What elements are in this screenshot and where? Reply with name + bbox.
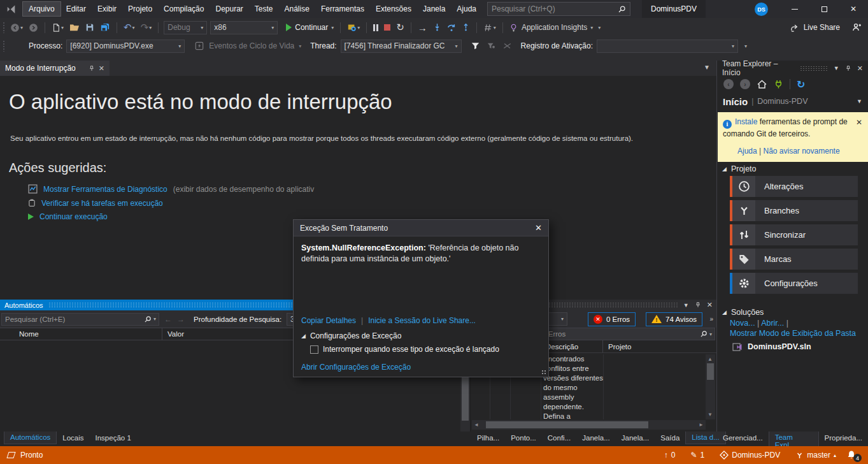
- menu-analise[interactable]: Análise: [279, 2, 315, 16]
- live-share-button[interactable]: Live Share: [788, 22, 841, 34]
- suppress-icon[interactable]: [501, 40, 513, 52]
- error-list-horizontal-scrollbar[interactable]: ◄ ►: [472, 420, 706, 430]
- minimize-button[interactable]: [780, 0, 809, 18]
- menu-janela[interactable]: Janela: [417, 2, 451, 16]
- scrollbar-thumb[interactable]: [486, 421, 648, 428]
- scroll-left-icon[interactable]: ◄: [474, 422, 479, 428]
- show-next-statement-icon[interactable]: →: [416, 21, 429, 34]
- branches-button[interactable]: Branches: [730, 200, 858, 221]
- home-icon[interactable]: [757, 79, 767, 89]
- warnings-filter-button[interactable]: ! 74 Avisos: [646, 312, 702, 326]
- search-icon[interactable]: [144, 315, 152, 323]
- exception-settings-expander[interactable]: ◢ Configurações de Exceção: [301, 331, 401, 340]
- menu-compilacao[interactable]: Compilação: [158, 2, 210, 16]
- repository-indicator[interactable]: Dominus-PDV: [715, 451, 785, 460]
- column-nome[interactable]: Nome: [0, 328, 162, 340]
- branch-indicator[interactable]: master ▴: [790, 451, 841, 460]
- menu-editar[interactable]: Editar: [60, 2, 92, 16]
- new-solution-link[interactable]: Nova...: [730, 319, 755, 328]
- lifecycle-events-dropdown[interactable]: Eventos de Ciclo de Vida: [209, 41, 294, 50]
- restart-button[interactable]: ↻: [395, 20, 406, 34]
- feedback-person-icon[interactable]: [850, 21, 863, 34]
- document-list-chevron-icon[interactable]: ▼: [704, 64, 710, 71]
- step-into-button[interactable]: [432, 22, 443, 33]
- folder-view-link[interactable]: Mostrar Modo de Exibição da Pasta: [730, 329, 856, 338]
- close-panel-icon[interactable]: ✕: [707, 301, 713, 309]
- menu-arquivo[interactable]: Arquivo: [23, 2, 60, 16]
- close-panel-icon[interactable]: ✕: [857, 64, 863, 73]
- autos-search-box[interactable]: ▾: [1, 313, 159, 326]
- quick-launch-search[interactable]: [487, 2, 630, 16]
- solution-platform-combobox[interactable]: x86▾: [210, 21, 278, 34]
- project-section-header[interactable]: ◢ Projeto: [722, 164, 757, 173]
- save-button[interactable]: [84, 22, 96, 33]
- column-descricao[interactable]: Descrição: [541, 340, 603, 352]
- application-insights-dropdown[interactable]: Application Insights ▾ ▾: [508, 22, 602, 34]
- tab-janela-2[interactable]: Janela...: [616, 431, 655, 444]
- search-icon[interactable]: [614, 5, 630, 13]
- stop-button[interactable]: [383, 23, 392, 32]
- undo-button[interactable]: ↶▾: [122, 20, 136, 34]
- notifications-button[interactable]: 4: [846, 450, 860, 460]
- pending-changes-indicator[interactable]: ✎ 1: [686, 451, 710, 460]
- continue-debug-button[interactable]: Continuar ▾: [285, 22, 335, 33]
- pause-button[interactable]: [372, 23, 380, 33]
- forward-icon[interactable]: ›: [740, 79, 750, 89]
- dismiss-notification-icon[interactable]: ✕: [856, 117, 862, 127]
- dont-warn-again-link[interactable]: Não avisar novamente: [764, 147, 840, 156]
- scroll-up-icon[interactable]: ▲: [708, 356, 713, 362]
- tags-button[interactable]: Marcas: [730, 249, 858, 270]
- pin-icon[interactable]: [89, 65, 95, 72]
- solution-item[interactable]: DominusPDV.sln: [732, 342, 811, 352]
- connect-plug-icon[interactable]: [774, 79, 783, 89]
- menu-exibir[interactable]: Exibir: [92, 2, 122, 16]
- close-tab-icon[interactable]: ✕: [99, 64, 104, 73]
- scrollbar-thumb[interactable]: [707, 363, 714, 380]
- new-file-button[interactable]: ▾: [50, 22, 65, 34]
- menu-teste[interactable]: Teste: [249, 2, 279, 16]
- thread-combobox[interactable]: [7456] Thread Finalizador GC▾: [341, 40, 462, 53]
- debug-target-icon[interactable]: ▾: [346, 22, 361, 33]
- maximize-button[interactable]: [809, 0, 839, 18]
- tab-configuracoes[interactable]: Confi...: [542, 431, 576, 444]
- settings-button[interactable]: Configurações: [730, 273, 858, 294]
- process-combobox[interactable]: [6920] DominusPDV.exe▾: [66, 40, 185, 53]
- redo-button[interactable]: ↷▾: [139, 20, 153, 34]
- save-all-button[interactable]: [99, 22, 111, 33]
- quick-launch-input[interactable]: [488, 4, 614, 13]
- close-button[interactable]: ✕: [839, 0, 868, 18]
- search-forward-icon[interactable]: →: [177, 315, 185, 324]
- open-exception-settings-link[interactable]: Abrir Configurações de Exceção: [301, 363, 411, 372]
- show-diagnostic-tools-link[interactable]: Mostrar Ferramentas de Diagnóstico: [43, 185, 167, 194]
- menu-ferramentas[interactable]: Ferramentas: [315, 2, 370, 16]
- toolbar-grip[interactable]: [3, 22, 6, 33]
- search-icon[interactable]: [700, 330, 708, 338]
- filter-icon[interactable]: [469, 40, 481, 52]
- changes-button[interactable]: Alterações: [730, 176, 858, 197]
- user-avatar[interactable]: DS: [755, 3, 768, 16]
- sync-button[interactable]: Sincronizar: [730, 224, 858, 245]
- scroll-right-icon[interactable]: ►: [699, 422, 704, 428]
- toolbar-overflow-icon[interactable]: »: [709, 315, 713, 323]
- scroll-down-icon[interactable]: ▼: [708, 412, 713, 417]
- tab-locais[interactable]: Locais: [57, 431, 89, 444]
- navigate-back-button[interactable]: ▾: [9, 22, 24, 34]
- install-link[interactable]: Instale: [735, 117, 757, 126]
- check-running-tasks-link[interactable]: Verificar se há tarefas em execução: [41, 199, 163, 208]
- menu-depurar[interactable]: Depurar: [210, 2, 248, 16]
- pin-icon[interactable]: [845, 65, 851, 72]
- open-solution-link[interactable]: Abrir...: [761, 319, 784, 328]
- menu-extensoes[interactable]: Extensões: [370, 2, 417, 16]
- solutions-section-header[interactable]: ◢ Soluções: [722, 308, 764, 317]
- exception-dialog-titlebar[interactable]: Exceção Sem Tratamento ✕: [294, 220, 548, 236]
- activation-registry-combobox[interactable]: ▾: [597, 40, 738, 53]
- error-list-vertical-scrollbar[interactable]: ▲ ▼: [706, 354, 715, 419]
- menu-projeto[interactable]: Projeto: [122, 2, 158, 16]
- resize-grip[interactable]: [541, 369, 547, 375]
- outgoing-commits-indicator[interactable]: ↑ 0: [659, 451, 681, 460]
- window-position-chevron-icon[interactable]: ▼: [834, 65, 839, 71]
- team-explorer-page-header[interactable]: Início | Dominus-PDV ▼: [717, 92, 868, 110]
- search-back-icon[interactable]: ←: [164, 315, 172, 324]
- autos-search-input[interactable]: [2, 315, 143, 323]
- warning-row-description[interactable]: Encontrados conflitos entre versões dife…: [543, 354, 603, 421]
